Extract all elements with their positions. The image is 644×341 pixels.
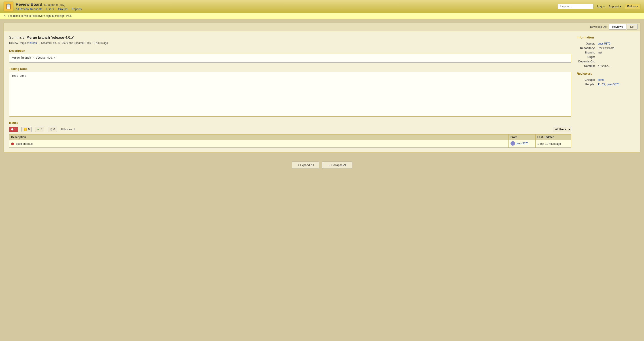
groups-value: demo bbox=[597, 78, 635, 82]
branch-value: test bbox=[597, 50, 635, 55]
issue-status-icon bbox=[11, 143, 14, 145]
demo-banner-text: The demo server is reset every night at … bbox=[8, 14, 72, 18]
groups-link[interactable]: demo bbox=[598, 78, 604, 82]
issue-from-cell: guest5370 bbox=[509, 140, 536, 148]
reviewers-people-row: People: 11, 22, guest5370 bbox=[577, 82, 635, 87]
open-dot-icon bbox=[11, 128, 14, 130]
x-issues-filter[interactable]: ⊘ 0 bbox=[48, 127, 57, 132]
nav-reports[interactable]: Reports bbox=[72, 8, 82, 11]
issue-last-updated-cell: 1 day, 10 hours ago bbox=[536, 140, 571, 148]
description-value: Merge branch 'release-4.0.x' bbox=[9, 54, 571, 63]
summary-value: Merge branch 'release-4.0.x' bbox=[26, 36, 74, 39]
people-link-guest5370[interactable]: guest5370 bbox=[607, 83, 619, 86]
issue-description-cell: open an issue bbox=[10, 140, 509, 148]
info-branch-row: Branch: test bbox=[577, 50, 635, 55]
open-issues-count: 1 bbox=[14, 128, 16, 131]
owner-value: guest5370 bbox=[597, 41, 635, 46]
issues-table-header: Description From Last Updated bbox=[10, 135, 571, 140]
jump-to-input[interactable] bbox=[558, 4, 594, 9]
x-count: 0 bbox=[54, 128, 55, 131]
download-diff-btn[interactable]: Download Diff bbox=[590, 25, 607, 29]
issues-section: Issues 1 😊 0 ✔ 0 bbox=[9, 121, 571, 148]
bottom-actions: + Expand All — Collapse All bbox=[0, 156, 644, 172]
nav-users[interactable]: Users bbox=[46, 8, 54, 11]
people-value: 11, 22, guest5370 bbox=[597, 82, 635, 87]
follow-button[interactable]: Follow ▾ bbox=[625, 4, 640, 9]
repository-label: Repository: bbox=[577, 46, 597, 50]
check-count: 0 bbox=[41, 128, 42, 131]
info-depends-on-row: Depends On: bbox=[577, 59, 635, 64]
commit-value: d76276e... bbox=[597, 64, 635, 68]
groups-label: Groups: bbox=[577, 78, 597, 82]
review-sidebar: Information Owner: guest5370 Repository:… bbox=[577, 36, 635, 148]
nav-all-review-requests[interactable]: All Review Requests bbox=[16, 8, 42, 11]
info-owner-row: Owner: guest5370 bbox=[577, 41, 635, 46]
close-banner-button[interactable]: ✕ bbox=[4, 14, 6, 18]
review-request-link[interactable]: #1849 bbox=[30, 41, 37, 45]
review-body: Summary: Merge branch 'release-4.0.x' Re… bbox=[4, 31, 640, 152]
summary-line: Summary: Merge branch 'release-4.0.x' bbox=[9, 36, 571, 40]
header-right: Log in Support ▾ Follow ▾ bbox=[558, 4, 640, 9]
info-commit-row: Commit: d76276e... bbox=[577, 64, 635, 68]
avatar bbox=[510, 141, 515, 146]
info-repository-row: Repository: Review Board bbox=[577, 46, 635, 50]
login-link[interactable]: Log in bbox=[597, 5, 605, 8]
reviewers-table: Groups: demo People: 11, 22, guest5370 bbox=[577, 78, 635, 87]
table-row: open an issue guest5370 1 day, 10 hours … bbox=[10, 140, 571, 148]
reviewers-groups-row: Groups: demo bbox=[577, 78, 635, 82]
all-issues-label: All Issues: 1 bbox=[60, 128, 75, 131]
review-main: Summary: Merge branch 'release-4.0.x' Re… bbox=[9, 36, 571, 148]
people-link-22[interactable]: 22 bbox=[602, 83, 605, 86]
issue-description-text: open an issue bbox=[16, 142, 33, 145]
diff-tab[interactable]: Diff bbox=[627, 24, 638, 30]
check-icon: ✔ bbox=[37, 128, 40, 131]
nav-groups[interactable]: Groups bbox=[58, 8, 68, 11]
demo-banner: ✕ The demo server is reset every night a… bbox=[0, 13, 644, 19]
issues-filters: 1 😊 0 ✔ 0 ⊘ 0 bbox=[9, 127, 571, 132]
reviews-tab[interactable]: Reviews bbox=[609, 24, 626, 30]
info-bugs-row: Bugs: bbox=[577, 55, 635, 59]
check-issues-filter[interactable]: ✔ 0 bbox=[35, 127, 44, 132]
information-title: Information bbox=[577, 36, 635, 39]
summary-label: Summary: bbox=[9, 36, 26, 39]
people-label: People: bbox=[577, 82, 597, 87]
expand-all-button[interactable]: + Expand All bbox=[292, 161, 319, 169]
review-toolbar: Download Diff Reviews Diff bbox=[4, 23, 640, 31]
x-circle-icon: ⊘ bbox=[50, 128, 52, 131]
bugs-label: Bugs: bbox=[577, 55, 597, 59]
logo-icon bbox=[4, 2, 14, 12]
site-title: Review Board 4.0 alpha 0 (dev) bbox=[16, 2, 82, 7]
description-col-header: Description bbox=[10, 135, 509, 140]
open-issues-filter[interactable]: 1 bbox=[9, 127, 18, 132]
testing-done-label: Testing Done bbox=[9, 67, 571, 71]
header: Review Board 4.0 alpha 0 (dev) All Revie… bbox=[0, 0, 644, 13]
people-link-11[interactable]: 11 bbox=[598, 83, 600, 86]
description-label: Description bbox=[9, 49, 571, 52]
smiley-count: 0 bbox=[28, 128, 30, 131]
support-button[interactable]: Support ▾ bbox=[609, 5, 621, 8]
smiley-icon: 😊 bbox=[24, 128, 27, 131]
testing-done-value: Test Done bbox=[9, 72, 571, 117]
information-table: Owner: guest5370 Repository: Review Boar… bbox=[577, 41, 635, 68]
nav-links: All Review Requests Users Groups Reports bbox=[16, 8, 82, 11]
commit-label: Commit: bbox=[577, 64, 597, 68]
main-content: Download Diff Reviews Diff Summary: Merg… bbox=[4, 23, 640, 152]
last-updated-col-header: Last Updated bbox=[536, 135, 571, 140]
issues-table: Description From Last Updated open an is… bbox=[9, 134, 571, 148]
issues-tbody: open an issue guest5370 1 day, 10 hours … bbox=[10, 140, 571, 148]
site-title-area: Review Board 4.0 alpha 0 (dev) All Revie… bbox=[16, 2, 82, 11]
owner-link[interactable]: guest5370 bbox=[598, 42, 610, 45]
reviewers-title: Reviewers bbox=[577, 72, 635, 75]
collapse-all-button[interactable]: — Collapse All bbox=[322, 161, 352, 169]
smiley-issues-filter[interactable]: 😊 0 bbox=[22, 127, 32, 132]
bugs-value bbox=[597, 55, 635, 59]
issues-title: Issues bbox=[9, 121, 571, 124]
branch-label: Branch: bbox=[577, 50, 597, 55]
owner-label: Owner: bbox=[577, 41, 597, 46]
depends-on-value bbox=[597, 59, 635, 64]
depends-on-label: Depends On: bbox=[577, 59, 597, 64]
issues-user-select[interactable]: All Users bbox=[553, 127, 571, 132]
from-avatar: guest5370 bbox=[510, 141, 528, 146]
from-user-link[interactable]: guest5370 bbox=[516, 142, 528, 145]
from-col-header: From bbox=[509, 135, 536, 140]
